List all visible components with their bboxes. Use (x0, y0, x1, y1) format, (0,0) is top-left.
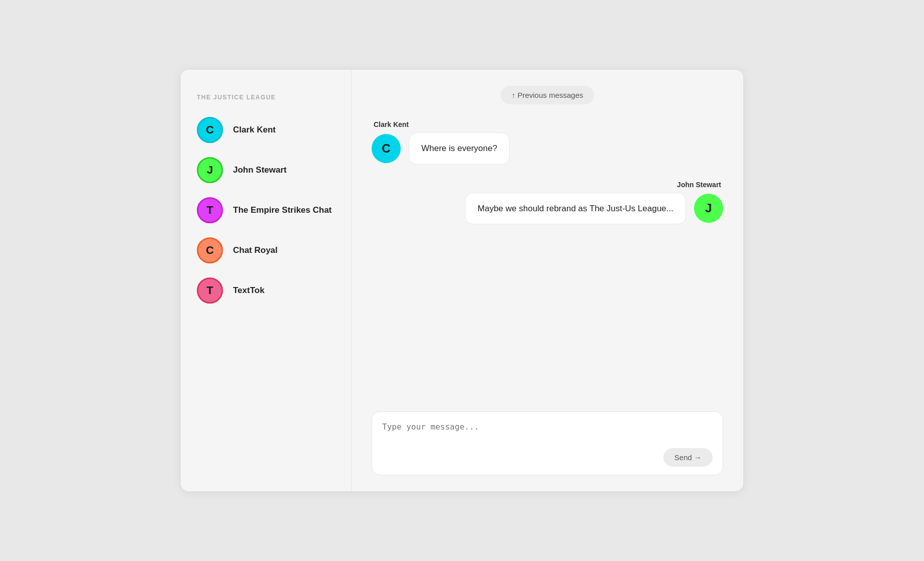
message-sender-msg2: John Stewart (677, 181, 723, 189)
contact-avatar-chat-royal: C (197, 237, 223, 263)
contact-item-texttok[interactable]: TTextTok (197, 277, 335, 304)
contact-avatar-texttok: T (197, 277, 223, 304)
contact-name-clark-kent: Clark Kent (233, 124, 276, 135)
contact-avatar-clark-kent: C (197, 117, 223, 143)
message-avatar-msg1: C (372, 134, 401, 163)
contact-name-chat-royal: Chat Royal (233, 245, 278, 256)
messages-area: Clark KentCWhere is everyone?John Stewar… (372, 120, 723, 399)
message-sender-msg1: Clark Kent (372, 120, 409, 128)
contact-name-empire-strikes-chat: The Empire Strikes Chat (233, 205, 332, 216)
contact-name-texttok: TextTok (233, 285, 265, 296)
message-bubble-msg2: Maybe we should rebrand as The Just-Us L… (465, 193, 686, 225)
message-row-msg2: JMaybe we should rebrand as The Just-Us … (465, 193, 723, 225)
contact-item-chat-royal[interactable]: CChat Royal (197, 237, 335, 263)
message-bubble-msg1: Where is everyone? (409, 132, 510, 165)
send-button[interactable]: Send → (663, 448, 713, 467)
sidebar-title: THE JUSTICE LEAGUE (197, 94, 335, 101)
message-avatar-msg2: J (694, 194, 723, 223)
contact-item-empire-strikes-chat[interactable]: TThe Empire Strikes Chat (197, 197, 335, 223)
message-input[interactable] (382, 422, 713, 442)
app-container: THE JUSTICE LEAGUE CClark KentJJohn Stew… (181, 70, 743, 491)
contact-avatar-john-stewart: J (197, 157, 223, 183)
sidebar: THE JUSTICE LEAGUE CClark KentJJohn Stew… (181, 70, 352, 491)
contact-name-john-stewart: John Stewart (233, 165, 287, 176)
contact-item-clark-kent[interactable]: CClark Kent (197, 117, 335, 143)
input-area: Send → (372, 411, 723, 475)
contact-item-john-stewart[interactable]: JJohn Stewart (197, 157, 335, 183)
message-row-msg1: CWhere is everyone? (372, 132, 510, 165)
contact-list: CClark KentJJohn StewartTThe Empire Stri… (197, 117, 335, 304)
prev-messages-button[interactable]: ↑ Previous messages (501, 86, 595, 104)
chat-area: ↑ Previous messages Clark KentCWhere is … (352, 70, 743, 491)
message-group-msg2: John StewartJMaybe we should rebrand as … (372, 181, 723, 225)
contact-avatar-empire-strikes-chat: T (197, 197, 223, 223)
message-group-msg1: Clark KentCWhere is everyone? (372, 120, 723, 165)
